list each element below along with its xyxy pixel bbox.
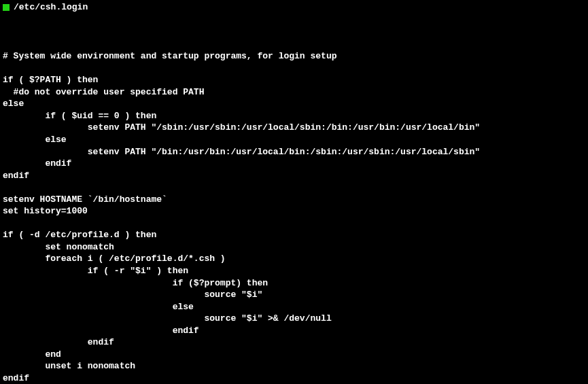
file-content[interactable]: # System wide environment and startup pr… (3, 39, 585, 384)
file-path: /etc/csh.login (14, 1, 88, 14)
editor-viewport[interactable]: # System wide environment and startup pr… (3, 15, 585, 384)
file-icon (3, 4, 10, 11)
titlebar: /etc/csh.login (3, 1, 585, 14)
